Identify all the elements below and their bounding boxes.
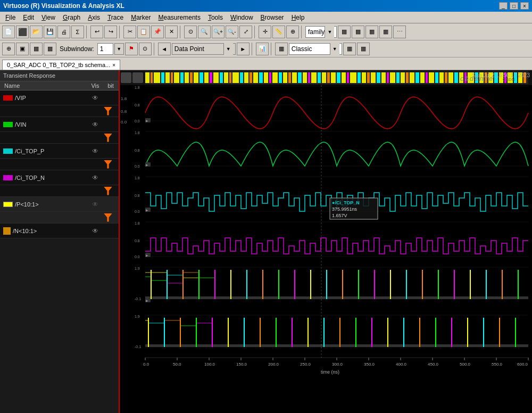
tb-zoom5-btn[interactable]: ⤢ — [239, 26, 252, 38]
tb-zoom3-btn[interactable]: 🔍+ — [212, 26, 225, 38]
classic-arrow[interactable]: ▼ — [330, 43, 339, 55]
tb-grid-btn[interactable]: ▦ — [275, 43, 288, 55]
signal-row-ci-top-p: /Ci_TOP_P 👁 — [0, 144, 119, 159]
n-bus-vis[interactable]: 👁 — [88, 227, 103, 235]
svg-rect-188 — [451, 318, 452, 347]
menu-edit[interactable]: Edit — [20, 13, 37, 22]
svg-text:1.8: 1.8 — [121, 96, 127, 101]
tb-undo-btn[interactable]: ↩ — [90, 26, 103, 38]
p-bus-eye-icon[interactable]: 👁 — [92, 201, 98, 208]
tb-open-btn[interactable]: ⬛ — [16, 26, 29, 38]
tb-c1-btn[interactable]: ▦ — [343, 43, 356, 55]
sep-3 — [180, 26, 182, 38]
tb-zoom2-btn[interactable]: 🔍 — [198, 26, 211, 38]
tb-r1-btn[interactable]: ⊕ — [2, 43, 15, 55]
tb-arrow-left[interactable]: ◄ — [158, 43, 171, 55]
svg-rect-62 — [426, 72, 428, 83]
vip-color — [3, 95, 13, 101]
subwindow-input[interactable]: 1 — [97, 43, 113, 55]
close-button[interactable]: × — [520, 2, 529, 10]
menu-view[interactable]: View — [38, 13, 59, 22]
tb-paste-btn[interactable]: 📌 — [151, 26, 164, 38]
svg-rect-130 — [182, 270, 184, 299]
svg-rect-35 — [292, 72, 297, 83]
datapoint-arrow[interactable]: ▼ — [223, 43, 233, 55]
menu-marker[interactable]: Marker — [128, 13, 154, 22]
svg-text:▶: ▶ — [146, 299, 148, 302]
tb-del-btn[interactable]: ✕ — [165, 26, 178, 38]
signal-row-n-bus: /N<10:1> 👁 — [0, 224, 119, 238]
vin-eye-icon[interactable]: 👁 — [92, 121, 98, 128]
tb-arrow-right[interactable]: ► — [237, 43, 250, 55]
ci-top-p-eye-icon[interactable]: 👁 — [92, 147, 98, 155]
vin-filter-icon[interactable] — [104, 134, 112, 142]
svg-rect-33 — [283, 72, 287, 83]
signal-row-p-bus: /P<10:1> 👁 — [0, 197, 119, 212]
svg-rect-190 — [483, 318, 484, 347]
svg-rect-21 — [224, 72, 228, 83]
tb-r4-btn[interactable]: ▦ — [44, 43, 56, 55]
classic-dropdown[interactable]: Classic ▼ — [289, 43, 342, 55]
p-bus-filter-icon[interactable] — [104, 213, 112, 222]
tb-w3-btn[interactable]: ▦ — [365, 26, 378, 38]
menu-tools[interactable]: Tools — [205, 13, 226, 22]
menu-measurements[interactable]: Measurements — [155, 13, 204, 22]
menu-window[interactable]: Window — [227, 13, 256, 22]
vip-eye-icon[interactable]: 👁 — [92, 94, 98, 102]
main-tab[interactable]: 0_SAR_ADC 0_TB_TOP2_tb schema... × — [2, 60, 120, 70]
family-dropdown[interactable]: family ▼ — [305, 26, 337, 38]
ci-top-n-vis[interactable]: 👁 — [88, 174, 103, 181]
n-bus-eye-icon[interactable]: 👁 — [92, 227, 98, 235]
menu-help[interactable]: Help — [288, 13, 308, 22]
tb-zoom1-btn[interactable]: ⊙ — [184, 26, 197, 38]
tb-open2-btn[interactable]: 📂 — [30, 26, 43, 38]
vip-vis[interactable]: 👁 — [88, 94, 103, 102]
svg-rect-3 — [132, 72, 143, 83]
menu-graph[interactable]: Graph — [60, 13, 84, 22]
window-controls[interactable]: _ □ × — [499, 2, 529, 10]
tb-r3-btn[interactable]: ▦ — [30, 43, 43, 55]
tb-scope-btn[interactable]: ⊕ — [286, 26, 299, 38]
tb-circle-btn[interactable]: ⊙ — [139, 43, 152, 55]
sep-2 — [119, 26, 121, 38]
tb-copy-btn[interactable]: 📋 — [137, 26, 150, 38]
maximize-button[interactable]: □ — [510, 2, 518, 10]
tb-ruler-btn[interactable]: 📏 — [272, 26, 285, 38]
svg-rect-140 — [342, 270, 343, 299]
subwindow-dropdown-arrow[interactable]: ▼ — [114, 43, 124, 55]
tb-zoom4-btn[interactable]: 🔍- — [226, 26, 238, 38]
menu-browser[interactable]: Browser — [257, 13, 287, 22]
tb-new-btn[interactable]: 📄 — [2, 26, 15, 38]
menu-trace[interactable]: Trace — [104, 13, 127, 22]
tb-bar-btn[interactable]: 📊 — [256, 43, 269, 55]
tb-c2-btn[interactable]: ▦ — [357, 43, 370, 55]
ci-top-p-vis[interactable]: 👁 — [88, 147, 103, 155]
tb-save-btn[interactable]: 💾 — [44, 26, 56, 38]
menu-axis[interactable]: Axis — [85, 13, 103, 22]
tb-redo-btn[interactable]: ↪ — [104, 26, 117, 38]
tb-dots-btn[interactable]: ⋯ — [393, 26, 406, 38]
minimize-button[interactable]: _ — [499, 2, 508, 10]
svg-rect-139 — [326, 270, 327, 299]
datapoint-dropdown[interactable]: Data Point ▼ — [172, 43, 236, 55]
ci-top-p-filter-icon[interactable] — [104, 160, 112, 169]
tb-cut-btn[interactable]: ✂ — [123, 26, 136, 38]
tb-w4-btn[interactable]: ▦ — [379, 26, 392, 38]
tb-flag-btn[interactable]: ⚑ — [125, 43, 138, 55]
menu-file[interactable]: File — [2, 13, 19, 22]
tb-w2-btn[interactable]: ▦ — [352, 26, 364, 38]
svg-rect-183 — [371, 318, 372, 347]
tb-w1-btn[interactable]: ▦ — [338, 26, 351, 38]
tb-calc-btn[interactable]: Σ — [71, 26, 84, 38]
family-dropdown-arrow[interactable]: ▼ — [325, 26, 334, 38]
tab-close-icon[interactable]: × — [112, 62, 115, 68]
tb-print-btn[interactable]: 🖨 — [57, 26, 70, 38]
vip-filter-icon[interactable] — [104, 107, 112, 115]
ci-top-n-filter-icon[interactable] — [104, 187, 112, 195]
p-bus-vis[interactable]: 👁 — [88, 201, 103, 208]
tb-cross-btn[interactable]: ✛ — [259, 26, 271, 38]
tb-r2-btn[interactable]: ▣ — [16, 43, 29, 55]
svg-rect-20 — [220, 72, 223, 83]
vin-vis[interactable]: 👁 — [88, 121, 103, 128]
ci-top-n-eye-icon[interactable]: 👁 — [92, 174, 98, 181]
